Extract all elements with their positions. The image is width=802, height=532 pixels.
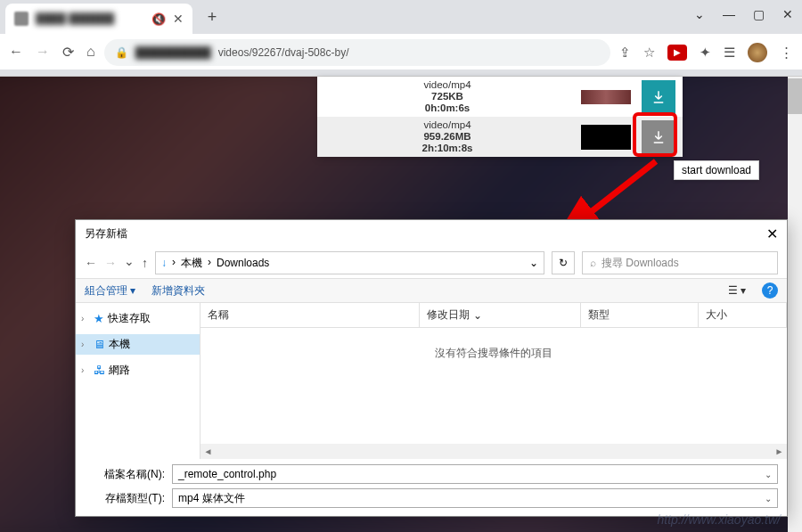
tree-this-pc[interactable]: › 🖥 本機 (76, 334, 200, 355)
download-icon (651, 89, 667, 105)
file-list: 名稱 修改日期⌄ 類型 大小 沒有符合搜尋條件的項目 ◄ ► (200, 303, 787, 459)
help-icon[interactable]: ? (762, 282, 778, 299)
url-input[interactable]: 🔒 ██████████ videos/92267/dvaj-508c-by/ (104, 39, 610, 66)
horizontal-scrollbar[interactable]: ◄ ► (200, 444, 787, 459)
reading-list-icon[interactable]: ☰ (724, 45, 735, 61)
nav-buttons: ← → ⟳ ⌂ (9, 44, 95, 61)
download-button[interactable] (642, 120, 675, 154)
dialog-toolbar: 組合管理 ▾ 新增資料夾 ☰ ▾ ? (76, 278, 787, 303)
forward-icon: → (36, 44, 50, 61)
tree-quick-access[interactable]: › ★ 快速存取 (76, 308, 200, 329)
recent-icon[interactable]: ⌄ (124, 254, 135, 268)
download-mime: video/mp4 (324, 79, 570, 91)
scroll-right-icon[interactable]: ► (772, 446, 787, 456)
pc-icon: 🖥 (94, 338, 105, 351)
forward-icon: → (104, 256, 117, 270)
extensions-icon[interactable]: ✦ (700, 45, 711, 61)
col-size[interactable]: 大小 (699, 303, 787, 327)
search-input[interactable]: ⌕ 搜尋 Downloads (582, 251, 778, 274)
new-tab-button[interactable]: + (200, 4, 225, 29)
home-icon[interactable]: ⌂ (86, 44, 95, 61)
tree-network[interactable]: › 🖧 網路 (76, 360, 200, 381)
download-mime: video/mp4 (324, 119, 570, 131)
view-options-icon[interactable]: ☰ ▾ (728, 284, 746, 297)
star-icon: ★ (94, 312, 104, 325)
page-scrollbar[interactable] (788, 77, 802, 532)
back-icon[interactable]: ← (9, 44, 23, 61)
avatar-icon[interactable] (748, 43, 767, 62)
tree-label: 本機 (109, 337, 130, 352)
new-folder-button[interactable]: 新增資料夾 (151, 283, 205, 299)
scroll-left-icon[interactable]: ◄ (200, 446, 216, 456)
download-size: 959.26MB (324, 131, 570, 143)
network-icon: 🖧 (94, 364, 105, 377)
folder-tree: › ★ 快速存取 › 🖥 本機 › 🖧 網路 (76, 303, 200, 459)
download-info: video/mp4 959.26MB 2h:10m:8s (324, 119, 570, 155)
path-input[interactable]: ↓ › 本機 › Downloads ⌄ (155, 251, 544, 274)
dialog-titlebar: 另存新檔 ✕ (76, 220, 787, 248)
extension-youtube-icon[interactable]: ▶ (667, 45, 687, 61)
dialog-title: 另存新檔 (85, 226, 127, 241)
pc-icon: ↓ (161, 257, 167, 269)
filename-value: _remote_control.php (178, 468, 276, 480)
close-dialog-icon[interactable]: ✕ (766, 225, 778, 242)
filename-input[interactable]: _remote_control.php ⌄ (172, 464, 778, 484)
download-thumbnail (581, 90, 631, 104)
expand-icon[interactable]: › (81, 314, 90, 323)
expand-icon[interactable]: › (81, 365, 90, 375)
refresh-button[interactable]: ↻ (552, 251, 575, 274)
col-type[interactable]: 類型 (581, 303, 699, 327)
col-name[interactable]: 名稱 (200, 303, 420, 327)
dropdown-icon[interactable]: ⌄ (765, 470, 772, 479)
tree-label: 快速存取 (108, 311, 151, 326)
minimize-icon[interactable]: — (723, 7, 735, 21)
up-icon[interactable]: ↑ (142, 256, 148, 270)
back-icon[interactable]: ← (85, 256, 97, 270)
tab-bar: ████ ██████ 🔇 ✕ + (0, 0, 802, 34)
close-tab-icon[interactable]: ✕ (173, 12, 184, 26)
dialog-fields: 檔案名稱(N): _remote_control.php ⌄ 存檔類型(T): … (76, 459, 787, 516)
path-root: 本機 (181, 256, 202, 271)
sort-desc-icon: ⌄ (473, 309, 482, 322)
search-icon: ⌕ (590, 257, 596, 269)
close-window-icon[interactable]: ✕ (782, 7, 793, 21)
download-duration: 2h:10m:8s (324, 143, 570, 154)
expand-icon[interactable]: › (81, 340, 90, 349)
download-item[interactable]: video/mp4 959.26MB 2h:10m:8s (317, 117, 683, 157)
dropdown-icon[interactable]: ⌄ (765, 494, 772, 503)
speaker-muted-icon[interactable]: 🔇 (151, 12, 166, 26)
col-date[interactable]: 修改日期⌄ (420, 303, 581, 327)
browser-tab[interactable]: ████ ██████ 🔇 ✕ (5, 4, 192, 34)
reload-icon[interactable]: ⟳ (62, 44, 74, 61)
filetype-label: 存檔類型(T): (85, 491, 165, 506)
chevron-down-icon[interactable]: ⌄ (694, 7, 705, 21)
download-info: video/mp4 725KB 0h:0m:6s (324, 79, 570, 115)
tab-title: ████ ██████ (36, 12, 144, 25)
dialog-body: › ★ 快速存取 › 🖥 本機 › 🖧 網路 名稱 修改日期⌄ 類型 大 (76, 303, 787, 459)
search-placeholder: 搜尋 Downloads (602, 256, 679, 271)
filename-label: 檔案名稱(N): (85, 467, 165, 482)
download-item[interactable]: video/mp4 725KB 0h:0m:6s (317, 77, 683, 117)
save-as-dialog: 另存新檔 ✕ ← → ⌄ ↑ ↓ › 本機 › Downloads ⌄ ↻ ⌕ … (75, 219, 788, 517)
bookmark-icon[interactable]: ☆ (643, 45, 655, 61)
download-duration: 0h:0m:6s (324, 102, 570, 114)
tree-label: 網路 (109, 363, 130, 378)
path-dropdown-icon[interactable]: ⌄ (529, 257, 538, 269)
download-size: 725KB (324, 91, 570, 102)
menu-icon[interactable]: ⋮ (780, 45, 793, 61)
filetype-value: mp4 媒体文件 (178, 491, 245, 506)
organize-menu[interactable]: 組合管理 ▾ (85, 283, 135, 299)
window-controls: ⌄ — ▢ ✕ (694, 7, 793, 21)
download-popup: video/mp4 725KB 0h:0m:6s video/mp4 959.2… (317, 77, 683, 157)
download-icon (651, 129, 667, 145)
lock-icon: 🔒 (115, 46, 128, 59)
address-bar: ← → ⟳ ⌂ 🔒 ██████████ videos/92267/dvaj-5… (0, 34, 802, 70)
share-icon[interactable]: ⇪ (619, 45, 631, 61)
dialog-nav: ← → ⌄ ↑ ↓ › 本機 › Downloads ⌄ ↻ ⌕ 搜尋 Down… (76, 248, 787, 278)
list-header: 名稱 修改日期⌄ 類型 大小 (200, 303, 787, 328)
filetype-select[interactable]: mp4 媒体文件 ⌄ (172, 488, 778, 508)
download-button[interactable] (642, 80, 675, 114)
chevron-right-icon: › (172, 256, 176, 268)
dialog-nav-buttons: ← → ⌄ ↑ (85, 256, 148, 270)
maximize-icon[interactable]: ▢ (753, 7, 765, 21)
